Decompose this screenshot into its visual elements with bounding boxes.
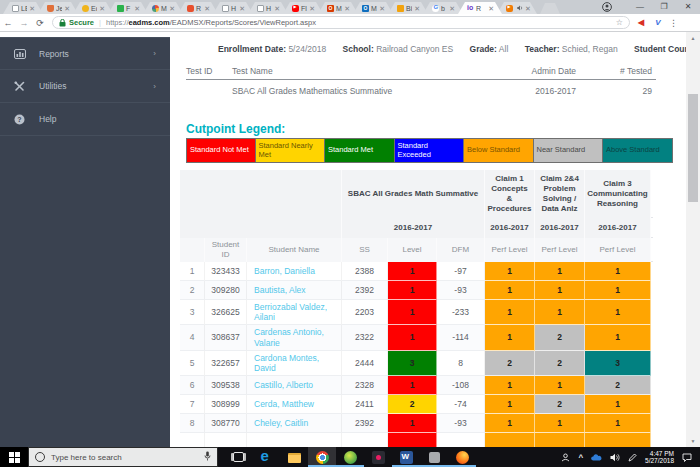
taskbar-app-button[interactable]: [448, 447, 476, 467]
tab-close-icon[interactable]: ✕: [414, 5, 420, 12]
tab-title: M: [371, 5, 377, 12]
start-button[interactable]: [0, 447, 28, 467]
back-icon[interactable]: ←: [0, 18, 16, 28]
scroll-down-icon[interactable]: ▼: [686, 435, 700, 447]
perf-level-claim2: 1: [535, 262, 585, 281]
row-number: 6: [180, 376, 205, 395]
taskbar-clock[interactable]: 4:47 PM 5/27/2018: [645, 450, 674, 464]
browser-tab[interactable]: M ✕: [318, 2, 358, 14]
taskbar-app-button[interactable]: [252, 447, 280, 467]
tab-close-icon[interactable]: ✕: [134, 5, 140, 12]
student-name-link[interactable]: Cerda, Matthew: [247, 395, 342, 414]
row-number: 2: [180, 281, 205, 300]
taskbar-app-button[interactable]: [420, 447, 448, 467]
taskbar-app-button[interactable]: [392, 447, 420, 467]
scores-group-header-row: SBAC All Grades Math Summative Claim 1 C…: [180, 170, 653, 218]
browser-profile-icon[interactable]: [600, 0, 614, 14]
onedrive-cloud-icon[interactable]: [591, 454, 602, 461]
tab-close-icon[interactable]: ✕: [449, 5, 455, 12]
people-icon[interactable]: [561, 453, 570, 462]
vertical-scrollbar[interactable]: ▲ ▼: [686, 32, 700, 447]
reload-icon[interactable]: ⟳: [32, 18, 48, 28]
taskbar-search-input[interactable]: Type here to search: [28, 447, 218, 467]
volume-icon[interactable]: [610, 453, 620, 462]
show-hidden-icons-icon[interactable]: ^: [578, 453, 583, 462]
tab-close-icon[interactable]: ✕: [204, 5, 210, 12]
browser-tab[interactable]: b ✕: [423, 2, 463, 14]
page-content: Reports › Utilities › ? Help Enrollment …: [0, 32, 700, 447]
perf-level-claim3: [585, 433, 651, 447]
level-cell: 1: [388, 414, 437, 433]
new-tab-button[interactable]: [540, 3, 560, 14]
perf-level-claim1: 1: [485, 395, 535, 414]
page-icon: [12, 5, 19, 12]
taskbar-app-button[interactable]: [308, 447, 336, 467]
taskbar-app-button[interactable]: [280, 447, 308, 467]
browser-tab[interactable]: F ✕: [108, 2, 148, 14]
extension-megaphone-icon[interactable]: ◀: [635, 18, 647, 27]
browser-tab[interactable]: Je ✕: [38, 2, 78, 14]
year-claim2: 2016-2017: [535, 218, 585, 238]
tab-close-icon[interactable]: ✕: [344, 5, 350, 12]
student-name-link[interactable]: Cardona Montes, David: [247, 351, 342, 376]
taskbar-app-button[interactable]: [224, 447, 252, 467]
student-name-link[interactable]: Cheley, Caitlin: [247, 414, 342, 433]
student-name-link[interactable]: Cardenas Antonio, Valarie: [247, 325, 342, 350]
tab-close-icon[interactable]: ✕: [379, 5, 385, 12]
test-list-row[interactable]: SBAC All Grades Mathematics Summative 20…: [186, 80, 656, 102]
browser-tab[interactable]: R ✕: [178, 2, 218, 14]
bookmark-star-icon[interactable]: ☆: [616, 18, 623, 27]
browser-tab[interactable]: H ✕: [213, 2, 253, 14]
browser-tab[interactable]: ✕: [497, 2, 537, 14]
forward-icon[interactable]: →: [16, 18, 32, 28]
browser-tab[interactable]: Fl ✕: [283, 2, 323, 14]
browser-tab[interactable]: H ✕: [248, 2, 288, 14]
tab-close-icon[interactable]: ✕: [525, 5, 531, 12]
sidebar-item-label: Utilities: [39, 81, 66, 91]
browser-tab[interactable]: Bi ✕: [388, 2, 428, 14]
browser-tab[interactable]: M ✕: [143, 2, 183, 14]
tab-close-icon[interactable]: ✕: [239, 5, 245, 12]
table-row: 7 308999 Cerda, Matthew 2411 2 -74 1 2 1: [180, 395, 653, 414]
student-name-link[interactable]: Castillo, Alberto: [247, 376, 342, 395]
tab-close-icon[interactable]: ✕: [488, 5, 494, 12]
taskbar-app-button[interactable]: [336, 447, 364, 467]
cutpoint-legend-title: Cutpoint Legend:: [186, 122, 285, 136]
sidebar-item-utilities[interactable]: Utilities ›: [0, 70, 170, 103]
sidebar-item-reports[interactable]: Reports ›: [0, 37, 170, 70]
tab-close-icon[interactable]: ✕: [309, 5, 315, 12]
scroll-up-icon[interactable]: ▲: [686, 32, 700, 44]
browser-tab[interactable]: R ✕: [458, 2, 502, 14]
table-row: 8 308770 Cheley, Caitlin 2392 1 -93 1 1 …: [180, 414, 653, 433]
student-name-link[interactable]: Barron, Daniella: [247, 262, 342, 281]
extension-v-icon[interactable]: V: [652, 18, 664, 27]
tab-close-icon[interactable]: ✕: [64, 5, 70, 12]
tab-close-icon[interactable]: ✕: [274, 5, 280, 12]
browser-tab[interactable]: LE ✕: [3, 2, 43, 14]
sidebar-item-help[interactable]: ? Help: [0, 103, 170, 136]
tab-close-icon[interactable]: ✕: [99, 5, 105, 12]
cutpoint-legend: Standard Not Met Standard Nearly Met Sta…: [186, 138, 673, 163]
browser-tab[interactable]: Ec ✕: [73, 2, 113, 14]
address-bar[interactable]: Secure | https://eadms.com/EADMSX/Report…: [52, 16, 630, 29]
browser-menu-icon[interactable]: ⋮: [669, 18, 678, 28]
tab-audio-icon[interactable]: [517, 5, 523, 11]
minimize-icon[interactable]: —: [628, 0, 652, 14]
action-center-icon[interactable]: [682, 453, 692, 462]
microphone-icon[interactable]: [204, 451, 211, 463]
scrollbar-thumb[interactable]: [688, 94, 698, 202]
taskbar-app-button[interactable]: [364, 447, 392, 467]
restore-icon[interactable]: ❐: [652, 0, 676, 14]
tab-close-icon[interactable]: ✕: [29, 5, 35, 12]
close-icon[interactable]: ✕: [676, 0, 700, 14]
student-name-link[interactable]: Bautista, Alex: [247, 281, 342, 300]
student-name-link[interactable]: Berriozabal Valdez, Ailani: [247, 300, 342, 325]
legend-item: Standard Nearly Met: [256, 138, 326, 163]
tab-close-icon[interactable]: ✕: [169, 5, 175, 12]
student-name-link[interactable]: [247, 433, 342, 447]
edu-orange-icon: [187, 5, 194, 12]
orange-play-icon: [506, 5, 513, 12]
level-cell: 1: [388, 300, 437, 325]
pen-icon[interactable]: [628, 453, 637, 462]
browser-tab[interactable]: M ✕: [353, 2, 393, 14]
